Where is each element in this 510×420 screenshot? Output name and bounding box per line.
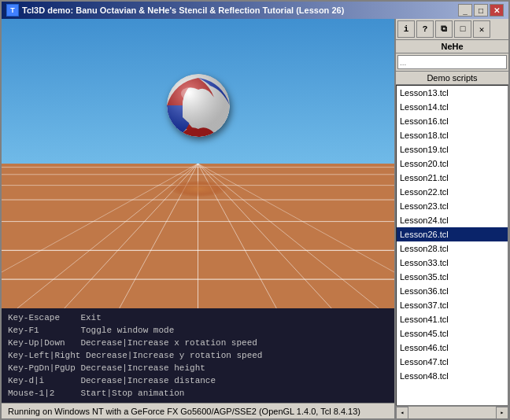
- key-di-action: Decrease|Increase distance: [80, 376, 216, 385]
- script-item-lesson24[interactable]: Lesson24.tcl: [397, 213, 508, 227]
- demo-scripts-header: Demo scripts: [396, 72, 508, 85]
- app-icon: T: [6, 4, 19, 17]
- key-di-line: Key-d|i Decrease|Increase distance: [8, 374, 388, 387]
- close-tool-button[interactable]: ✕: [473, 20, 490, 38]
- script-item-lesson16[interactable]: Lesson16.tcl: [397, 114, 508, 128]
- copy-tool-button[interactable]: ⧉: [435, 20, 453, 38]
- mouse-action: Start|Stop animation: [80, 389, 184, 398]
- key-updown-key: Key-Up|Down: [8, 338, 80, 348]
- main-content: Key-Escape Exit Key-F1 Toggle window mod…: [2, 19, 508, 418]
- key-escape-key: Key-Escape: [8, 313, 80, 322]
- script-item-lesson48[interactable]: Lesson48.tcl: [397, 369, 508, 383]
- key-leftright-line: Key-Left|Right Decrease|Increase y rotat…: [8, 349, 388, 362]
- info-tool-button[interactable]: i: [397, 20, 415, 38]
- info-panel: Key-Escape Exit Key-F1 Toggle window mod…: [2, 308, 394, 403]
- key-f1-action: Toggle window mode: [80, 326, 174, 335]
- script-item-lesson21[interactable]: Lesson21.tcl: [397, 171, 508, 185]
- title-bar: T Tcl3D demo: Banu Octavian & NeHe's Ste…: [2, 2, 508, 19]
- svg-point-19: [167, 74, 230, 137]
- script-item-lesson41[interactable]: Lesson41.tcl: [397, 312, 508, 326]
- mouse-key: Mouse-1|2: [8, 389, 80, 398]
- key-updown-action: Decrease|Increase x rotation speed: [80, 338, 257, 348]
- key-f1-key: Key-F1: [8, 326, 80, 335]
- script-item-lesson46[interactable]: Lesson46.tcl: [397, 341, 508, 355]
- sidebar-toolbar: i ? ⧉ □ ✕: [396, 19, 508, 40]
- demo-scripts-label: Demo scripts: [427, 73, 477, 83]
- script-item-lesson47[interactable]: Lesson47.tcl: [397, 355, 508, 369]
- ball-shadow: [171, 181, 226, 197]
- main-window: T Tcl3D demo: Banu Octavian & NeHe's Ste…: [0, 0, 510, 420]
- key-f1-line: Key-F1 Toggle window mode: [8, 324, 388, 337]
- help-tool-button[interactable]: ?: [416, 20, 434, 38]
- script-item-lesson14[interactable]: Lesson14.tcl: [397, 100, 508, 114]
- status-text: Running on Windows NT with a GeForce FX …: [8, 407, 360, 416]
- key-leftright-key: Key-Left|Right: [8, 351, 86, 360]
- script-item-lesson19[interactable]: Lesson19.tcl: [397, 142, 508, 157]
- script-item-lesson45[interactable]: Lesson45.tcl: [397, 326, 508, 341]
- sidebar-title: NeHe: [396, 40, 508, 53]
- script-item-lesson36[interactable]: Lesson36.tcl: [397, 284, 508, 298]
- window-tool-button[interactable]: □: [454, 20, 471, 38]
- horizontal-scrollbar: ◂ ▸: [396, 406, 508, 418]
- key-di-key: Key-d|i: [8, 376, 80, 385]
- title-bar-left: T Tcl3D demo: Banu Octavian & NeHe's Ste…: [6, 4, 344, 17]
- search-input[interactable]: [397, 55, 507, 69]
- scroll-right-button[interactable]: ▸: [496, 407, 508, 419]
- maximize-button[interactable]: □: [474, 4, 488, 17]
- script-item-lesson18[interactable]: Lesson18.tcl: [397, 128, 508, 142]
- sidebar-title-text: NeHe: [441, 42, 463, 51]
- key-pgdnup-key: Key-PgDn|PgUp: [8, 363, 80, 373]
- scripts-list-container: Lesson13.tclLesson14.tclLesson16.tclLess…: [396, 85, 508, 406]
- left-panel: Key-Escape Exit Key-F1 Toggle window mod…: [2, 19, 394, 418]
- right-panel: i ? ⧉ □ ✕ NeHe Demo scripts Lesson13.t: [394, 19, 508, 418]
- script-item-lesson26[interactable]: Lesson26.tcl: [397, 227, 508, 241]
- script-item-lesson33[interactable]: Lesson33.tcl: [397, 256, 508, 270]
- status-bar: Running on Windows NT with a GeForce FX …: [2, 403, 394, 418]
- key-escape-action: Exit: [80, 313, 101, 322]
- key-updown-line: Key-Up|Down Decrease|Increase x rotation…: [8, 337, 388, 349]
- scroll-left-button[interactable]: ◂: [396, 407, 408, 419]
- mouse-line: Mouse-1|2 Start|Stop animation: [8, 387, 388, 400]
- ball-svg: [167, 74, 230, 137]
- script-item-lesson35[interactable]: Lesson35.tcl: [397, 270, 508, 284]
- minimize-button[interactable]: _: [458, 4, 472, 17]
- script-item-lesson23[interactable]: Lesson23.tcl: [397, 199, 508, 213]
- close-button[interactable]: ✕: [490, 4, 504, 17]
- key-pgdnup-line: Key-PgDn|PgUp Decrease|Increase height: [8, 362, 388, 374]
- ball-3d: [167, 74, 230, 137]
- title-buttons: _ □ ✕: [458, 4, 504, 17]
- scroll-track[interactable]: [408, 407, 496, 418]
- window-title: Tcl3D demo: Banu Octavian & NeHe's Stenc…: [22, 6, 344, 15]
- script-item-lesson28[interactable]: Lesson28.tcl: [397, 241, 508, 256]
- script-item-lesson13[interactable]: Lesson13.tcl: [397, 86, 508, 100]
- script-item-lesson22[interactable]: Lesson22.tcl: [397, 185, 508, 199]
- scene-viewport[interactable]: [2, 19, 394, 308]
- key-escape-line: Key-Escape Exit: [8, 311, 388, 324]
- scripts-list[interactable]: Lesson13.tclLesson14.tclLesson16.tclLess…: [396, 85, 508, 406]
- script-item-lesson37[interactable]: Lesson37.tcl: [397, 298, 508, 312]
- script-item-lesson20[interactable]: Lesson20.tcl: [397, 157, 508, 171]
- key-pgdnup-action: Decrease|Increase height: [80, 363, 205, 373]
- key-leftright-action: Decrease|Increase y rotation speed: [86, 351, 262, 360]
- sidebar-search-area: [396, 53, 508, 72]
